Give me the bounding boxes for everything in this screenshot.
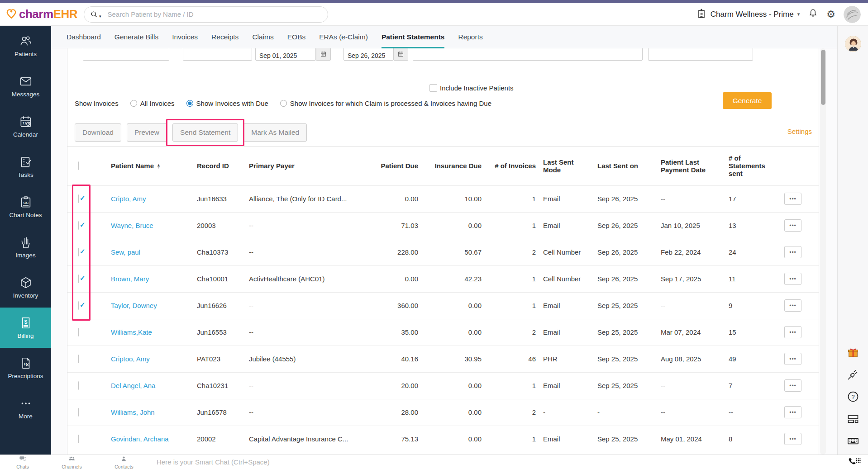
radio-unselected[interactable]	[280, 100, 287, 107]
col-header-patient-name[interactable]: Patient Name▲▼	[107, 147, 193, 185]
col-header-patient-due[interactable]: Patient Due	[370, 147, 422, 185]
sidebar-item-patients[interactable]: Patients	[0, 26, 51, 66]
tab-eras-e-claim[interactable]: ERAs (e-Claim)	[319, 26, 368, 48]
row-actions-button[interactable]: •••	[784, 246, 801, 258]
row-checkbox[interactable]	[78, 248, 79, 256]
notifications-bell-icon[interactable]	[808, 8, 818, 20]
tab-receipts[interactable]: Receipts	[211, 26, 238, 48]
sidebar-item-images[interactable]: Images	[0, 227, 51, 267]
chat-tab-chats[interactable]: Chats	[16, 455, 29, 469]
mark-as-mailed-button[interactable]: Mark As Mailed	[243, 123, 307, 142]
patient-search-input[interactable]: ▾ Search Patient by Name / ID	[84, 6, 328, 23]
row-actions-button[interactable]: •••	[784, 299, 801, 312]
patient-name-link[interactable]: Taylor, Downey	[111, 302, 157, 309]
row-checkbox[interactable]	[78, 435, 79, 443]
row-actions-button[interactable]: •••	[784, 433, 801, 445]
show-invoices-option-show-invoices-with-due[interactable]: Show Invoices with Due	[186, 99, 268, 107]
generate-button[interactable]: Generate	[723, 92, 772, 109]
sidebar-item-messages[interactable]: Messages	[0, 66, 51, 106]
sidebar-item-prescriptions[interactable]: RPrescriptions	[0, 348, 51, 388]
row-checkbox[interactable]	[78, 194, 79, 203]
smart-chat-input[interactable]: Here is your Smart Chat (Ctrl+Space)	[157, 458, 270, 466]
filter-input-4[interactable]	[648, 48, 753, 61]
tab-invoices[interactable]: Invoices	[172, 26, 198, 48]
charm-ehr-logo[interactable]: charmEHR	[5, 7, 77, 21]
patient-name-link[interactable]: Sew, paul	[111, 248, 140, 256]
include-inactive-checkbox[interactable]	[429, 84, 437, 92]
row-checkbox[interactable]	[78, 355, 79, 363]
chat-tab-channels[interactable]: Channels	[62, 455, 81, 469]
preview-button[interactable]: Preview	[127, 123, 167, 142]
date-from-field[interactable]: Sep 01, 2025	[255, 48, 316, 61]
phone-dialer-icon[interactable]	[847, 456, 861, 468]
col-header-last-sent-mode[interactable]: Last Sent Mode	[539, 147, 594, 185]
row-checkbox[interactable]	[78, 381, 79, 390]
gift-icon[interactable]	[847, 346, 859, 359]
date-to-field[interactable]: Sep 26, 2025	[343, 48, 393, 61]
col-header-num-invoices[interactable]: # of Invoices	[485, 147, 539, 185]
panels-icon[interactable]	[847, 412, 859, 425]
patient-name-link[interactable]: Williams,Kate	[111, 328, 152, 336]
send-statement-button[interactable]: Send Statement	[172, 123, 238, 142]
row-actions-button[interactable]: •••	[784, 219, 801, 232]
plug-icon[interactable]	[847, 368, 859, 381]
sidebar-item-more[interactable]: More	[0, 388, 51, 428]
sidebar-item-chart-notes[interactable]: CCChart Notes	[0, 187, 51, 227]
row-actions-button[interactable]: •••	[784, 353, 801, 365]
user-avatar[interactable]	[844, 6, 861, 23]
row-checkbox[interactable]	[78, 408, 79, 417]
tab-generate-bills[interactable]: Generate Bills	[114, 26, 158, 48]
date-from-calendar-icon[interactable]	[316, 48, 331, 61]
sidebar-item-calendar[interactable]: 12Calendar	[0, 106, 51, 147]
row-actions-button[interactable]: •••	[784, 326, 801, 338]
col-header-last-sent-on[interactable]: Last Sent on	[594, 147, 657, 185]
row-checkbox[interactable]	[78, 275, 79, 283]
keyboard-icon[interactable]	[847, 435, 859, 447]
show-invoices-option-show-invoices-for-which-claim-[interactable]: Show Invoices for which Claim is process…	[280, 99, 491, 107]
radio-unselected[interactable]	[130, 100, 137, 107]
col-header-record-id[interactable]: Record ID	[193, 147, 245, 185]
table-scrollbar[interactable]	[820, 48, 826, 455]
assistant-avatar[interactable]	[845, 36, 861, 52]
scrollbar-thumb[interactable]	[821, 50, 825, 105]
tab-reports[interactable]: Reports	[458, 26, 482, 48]
settings-gear-icon[interactable]: ⚙	[826, 9, 835, 19]
patient-name-link[interactable]: Criptoo, Amy	[111, 355, 150, 363]
sidebar-item-inventory[interactable]: Inventory	[0, 267, 51, 308]
patient-name-link[interactable]: Williams, John	[111, 408, 155, 416]
row-checkbox[interactable]	[78, 221, 79, 230]
download-button[interactable]: Download	[75, 123, 121, 142]
sidebar-item-tasks[interactable]: Tasks	[0, 147, 51, 187]
tab-eobs[interactable]: EOBs	[287, 26, 305, 48]
row-actions-button[interactable]: •••	[784, 379, 801, 392]
chat-tab-contacts[interactable]: Contacts	[114, 455, 133, 469]
row-actions-button[interactable]: •••	[784, 273, 801, 285]
sidebar-item-billing[interactable]: $Billing	[0, 308, 51, 348]
patient-name-link[interactable]: Wayne, Bruce	[111, 222, 153, 229]
tab-dashboard[interactable]: Dashboard	[67, 26, 101, 48]
show-invoices-option-all-invoices[interactable]: All Invoices	[130, 99, 175, 107]
filter-input-1[interactable]	[83, 48, 169, 61]
search-icon[interactable]: ▾	[90, 10, 101, 19]
patient-name-link[interactable]: Govindan, Archana	[111, 435, 169, 443]
filter-input-3[interactable]	[413, 48, 643, 61]
row-checkbox[interactable]	[78, 301, 79, 310]
practice-selector[interactable]: Charm Wellness - Prime ▾	[696, 8, 800, 21]
sort-icon[interactable]: ▲▼	[157, 164, 161, 169]
patient-name-link[interactable]: Brown, Mary	[111, 275, 149, 283]
select-all-checkbox[interactable]	[78, 161, 79, 170]
patient-name-link[interactable]: Del Angel, Ana	[111, 382, 155, 389]
col-header-insurance-due[interactable]: Insurance Due	[422, 147, 485, 185]
row-actions-button[interactable]: •••	[784, 193, 801, 205]
col-header-primary-payer[interactable]: Primary Payer	[245, 147, 370, 185]
radio-selected[interactable]	[186, 100, 193, 107]
date-to-calendar-icon[interactable]	[393, 48, 408, 61]
col-header-last-payment-date[interactable]: Patient Last Payment Date	[657, 147, 725, 185]
tab-patient-statements[interactable]: Patient Statements	[382, 26, 445, 48]
settings-link[interactable]: Settings	[787, 128, 812, 135]
row-actions-button[interactable]: •••	[784, 406, 801, 418]
help-icon[interactable]: ?	[847, 390, 859, 403]
row-checkbox[interactable]	[78, 328, 79, 336]
tab-claims[interactable]: Claims	[252, 26, 273, 48]
patient-name-link[interactable]: Cripto, Amy	[111, 195, 146, 203]
